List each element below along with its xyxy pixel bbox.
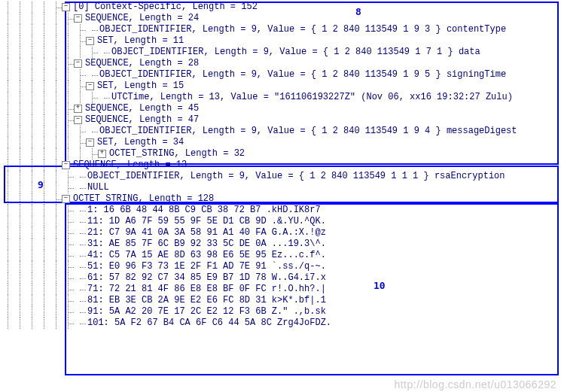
tree-row: −OCTET_STRING, Length = 128 xyxy=(2,193,561,205)
tree-indent xyxy=(26,250,38,261)
tree-indent xyxy=(2,239,14,250)
tree-leaf-connector xyxy=(74,272,86,284)
tree-indent xyxy=(38,318,50,329)
node-label: OBJECT_IDENTIFIER, Length = 9, Value = {… xyxy=(98,24,506,35)
tree-indent xyxy=(38,160,50,171)
tree-row: NULL xyxy=(2,182,561,193)
tree-row: OBJECT_IDENTIFIER, Length = 9, Value = {… xyxy=(2,47,561,58)
collapse-icon[interactable]: − xyxy=(86,138,94,147)
tree-indent xyxy=(26,35,38,47)
expand-icon[interactable]: + xyxy=(74,105,82,113)
tree-indent xyxy=(2,318,14,329)
tree-indent xyxy=(50,284,62,295)
node-label: OBJECT_IDENTIFIER, Length = 9, Value = {… xyxy=(86,171,505,182)
tree-indent xyxy=(38,35,50,47)
tree-leaf-connector xyxy=(74,295,86,306)
tree-row: OBJECT_IDENTIFIER, Length = 9, Value = {… xyxy=(2,69,561,81)
tree-indent xyxy=(2,92,14,103)
node-label: SET, Length = 11 xyxy=(96,35,184,47)
tree-indent xyxy=(50,81,62,92)
tree-indent xyxy=(26,13,38,24)
tree-indent xyxy=(50,318,62,329)
collapse-icon[interactable]: − xyxy=(86,82,94,90)
tree-indent xyxy=(26,318,38,329)
expand-icon[interactable]: + xyxy=(98,150,106,158)
tree-indent xyxy=(14,284,26,295)
tree-leaf-connector xyxy=(98,47,110,58)
node-label: SET, Length = 34 xyxy=(96,137,184,148)
tree-leaf-connector xyxy=(74,306,86,318)
tree-indent xyxy=(74,35,86,47)
tree-indent xyxy=(26,2,38,13)
tree-indent xyxy=(74,126,86,137)
tree-indent xyxy=(26,24,38,35)
tree-indent xyxy=(2,81,14,92)
tree-indent xyxy=(2,182,14,193)
tree-indent xyxy=(2,284,14,295)
tree-indent xyxy=(50,272,62,284)
collapse-icon[interactable]: − xyxy=(62,161,70,169)
tree-indent xyxy=(38,193,50,205)
tree-indent xyxy=(14,148,26,160)
tree-leaf-connector xyxy=(74,216,86,227)
tree-indent xyxy=(62,227,74,239)
tree-indent xyxy=(14,160,26,171)
tree-row: 21: C7 9A 41 0A 3A 58 91 A1 40 FA G.A.:X… xyxy=(2,227,561,239)
tree-indent xyxy=(26,126,38,137)
collapse-icon[interactable]: − xyxy=(74,59,82,68)
tree-indent xyxy=(26,171,38,182)
tree-row: UTCTime, Length = 13, Value = "161106193… xyxy=(2,92,561,103)
tree-row: −SEQUENCE, Length = 47 xyxy=(2,114,561,126)
tree-indent xyxy=(2,216,14,227)
tree-indent xyxy=(14,92,26,103)
collapse-icon[interactable]: − xyxy=(74,14,82,23)
tree-indent xyxy=(38,306,50,318)
tree-row: 41: C5 7A 15 AE 8D 63 98 E6 5E 95 Ez...c… xyxy=(2,250,561,261)
collapse-icon[interactable]: − xyxy=(62,3,70,11)
tree-indent xyxy=(38,92,50,103)
tree-indent xyxy=(62,126,74,137)
tree-row: −SEQUENCE, Length = 28 xyxy=(2,58,561,69)
collapse-icon[interactable]: − xyxy=(74,116,82,124)
annotation-label-9: 9 xyxy=(38,179,44,190)
tree-indent xyxy=(38,261,50,272)
tree-indent xyxy=(14,24,26,35)
tree-indent xyxy=(62,284,74,295)
tree-indent xyxy=(14,81,26,92)
tree-indent xyxy=(14,35,26,47)
tree-indent xyxy=(26,295,38,306)
tree-indent xyxy=(50,126,62,137)
tree-indent xyxy=(2,69,14,81)
tree-indent xyxy=(62,295,74,306)
tree-indent xyxy=(38,272,50,284)
tree-leaf-connector xyxy=(74,261,86,272)
tree-indent xyxy=(62,216,74,227)
tree-indent xyxy=(26,216,38,227)
tree-leaf-connector xyxy=(86,126,98,137)
tree-indent xyxy=(50,306,62,318)
collapse-icon[interactable]: − xyxy=(62,195,70,203)
tree-indent xyxy=(26,239,38,250)
node-label: 11: 1D A6 7F 59 55 9F 5E D1 CB 9D .&.YU.… xyxy=(86,216,326,227)
tree-root: −[0] Context-Specific, Length = 152−SEQU… xyxy=(2,2,561,329)
tree-leaf-connector xyxy=(86,24,98,35)
tree-indent xyxy=(50,160,62,171)
tree-indent xyxy=(50,47,62,58)
tree-indent xyxy=(38,24,50,35)
tree-indent xyxy=(2,13,14,24)
tree-indent xyxy=(2,35,14,47)
tree-row: 91: 5A A2 20 7E 17 2C E2 12 F3 6B Z." .,… xyxy=(2,306,561,318)
tree-indent xyxy=(14,114,26,126)
collapse-icon[interactable]: − xyxy=(86,37,94,45)
tree-indent xyxy=(86,47,98,58)
tree-indent xyxy=(38,295,50,306)
tree-indent xyxy=(50,35,62,47)
tree-indent xyxy=(2,24,14,35)
tree-indent xyxy=(50,69,62,81)
tree-leaf-connector xyxy=(74,284,86,295)
tree-indent xyxy=(14,295,26,306)
tree-indent xyxy=(2,306,14,318)
tree-row: 11: 1D A6 7F 59 55 9F 5E D1 CB 9D .&.YU.… xyxy=(2,216,561,227)
tree-indent xyxy=(62,205,74,216)
annotation-label-10: 10 xyxy=(373,280,386,291)
